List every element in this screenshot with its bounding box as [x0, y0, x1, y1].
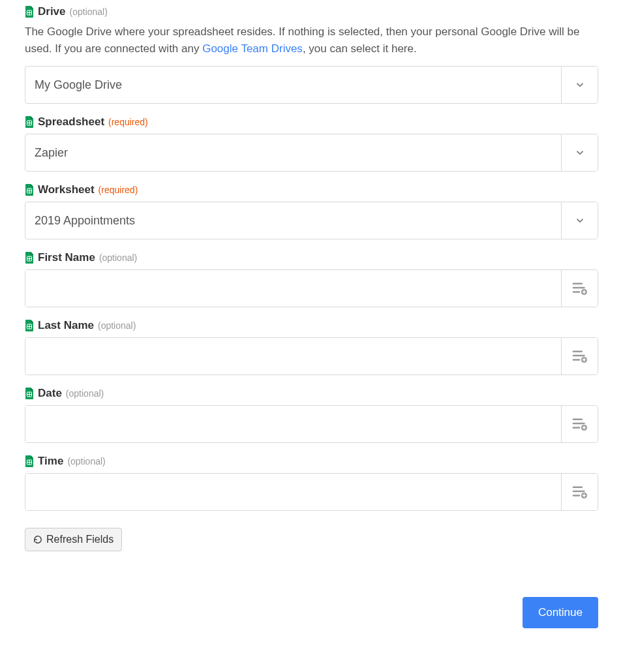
field-label: Time	[38, 455, 63, 468]
field-drive: Drive (optional) The Google Drive where …	[25, 5, 598, 104]
insert-data-icon	[571, 485, 588, 499]
label-row: Spreadsheet (required)	[25, 115, 598, 129]
dropdown-toggle[interactable]	[561, 202, 598, 239]
time-input[interactable]	[25, 474, 561, 510]
field-time: Time (optional)	[25, 455, 598, 511]
optional-badge: (optional)	[70, 7, 108, 17]
continue-button[interactable]: Continue	[523, 597, 598, 628]
sheets-icon	[25, 455, 34, 467]
last-name-input[interactable]	[25, 338, 561, 374]
field-label: Spreadsheet	[38, 115, 104, 129]
time-input-wrap	[25, 473, 598, 511]
dropdown-toggle[interactable]	[561, 67, 598, 103]
select-value[interactable]: My Google Drive	[25, 67, 561, 103]
last-name-input-wrap	[25, 337, 598, 375]
drive-select[interactable]: My Google Drive	[25, 66, 598, 104]
insert-data-button[interactable]	[561, 338, 598, 374]
field-label: Date	[38, 387, 62, 400]
label-row: Date (optional)	[25, 387, 598, 400]
refresh-fields-button[interactable]: Refresh Fields	[25, 528, 122, 551]
select-value[interactable]: Zapier	[25, 134, 561, 171]
team-drives-link[interactable]: Google Team Drives	[202, 42, 303, 55]
field-spreadsheet: Spreadsheet (required) Zapier	[25, 115, 598, 172]
optional-badge: (optional)	[66, 388, 104, 399]
sheets-icon	[25, 184, 34, 196]
insert-data-button[interactable]	[561, 270, 598, 307]
dropdown-toggle[interactable]	[561, 134, 598, 171]
field-worksheet: Worksheet (required) 2019 Appointments	[25, 183, 598, 239]
field-label: Last Name	[38, 319, 94, 332]
field-label: Drive	[38, 5, 66, 18]
optional-badge: (optional)	[98, 320, 136, 331]
first-name-input[interactable]	[25, 270, 561, 307]
sheets-icon	[25, 388, 34, 399]
field-last-name: Last Name (optional)	[25, 319, 598, 375]
insert-data-button[interactable]	[561, 474, 598, 510]
optional-badge: (optional)	[99, 252, 137, 263]
label-row: Time (optional)	[25, 455, 598, 468]
field-first-name: First Name (optional)	[25, 251, 598, 307]
chevron-down-icon	[574, 147, 586, 159]
chevron-down-icon	[574, 215, 586, 226]
required-badge: (required)	[108, 117, 148, 127]
field-label: First Name	[38, 251, 95, 264]
footer: Continue	[25, 597, 598, 628]
date-input-wrap	[25, 405, 598, 443]
insert-data-icon	[571, 281, 588, 296]
refresh-label: Refresh Fields	[46, 534, 114, 545]
refresh-icon	[33, 535, 42, 544]
label-row: Last Name (optional)	[25, 319, 598, 332]
field-date: Date (optional)	[25, 387, 598, 443]
help-text: The Google Drive where your spreadsheet …	[25, 23, 598, 57]
sheets-icon	[25, 6, 34, 18]
select-value[interactable]: 2019 Appointments	[25, 202, 561, 239]
optional-badge: (optional)	[67, 456, 105, 466]
first-name-input-wrap	[25, 269, 598, 307]
spreadsheet-select[interactable]: Zapier	[25, 134, 598, 172]
required-badge: (required)	[99, 185, 138, 195]
sheets-icon	[25, 320, 34, 331]
insert-data-icon	[571, 417, 588, 431]
worksheet-select[interactable]: 2019 Appointments	[25, 202, 598, 239]
label-row: First Name (optional)	[25, 251, 598, 264]
field-label: Worksheet	[38, 183, 95, 196]
date-input[interactable]	[25, 406, 561, 442]
label-row: Drive (optional)	[25, 5, 598, 18]
sheets-icon	[25, 116, 34, 128]
insert-data-button[interactable]	[561, 406, 598, 442]
insert-data-icon	[571, 349, 588, 363]
sheets-icon	[25, 252, 34, 264]
chevron-down-icon	[574, 79, 586, 91]
label-row: Worksheet (required)	[25, 183, 598, 196]
